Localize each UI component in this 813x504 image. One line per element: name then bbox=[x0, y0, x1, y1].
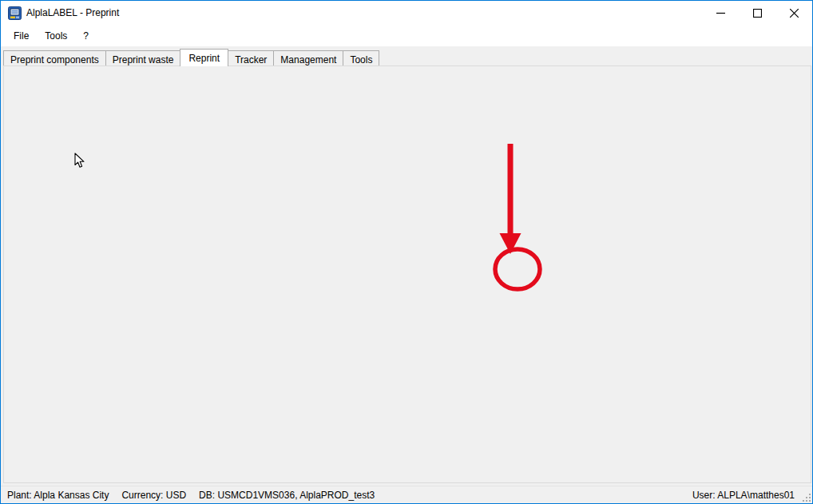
tab-strip: Preprint components Preprint waste Repri… bbox=[3, 49, 811, 66]
tab-preprint-waste[interactable]: Preprint waste bbox=[105, 50, 181, 66]
menu-file[interactable]: File bbox=[6, 27, 37, 45]
window-title: AlplaLABEL - Preprint bbox=[26, 7, 119, 18]
reprint-tab-page bbox=[3, 65, 811, 483]
title-bar: AlplaLABEL - Preprint bbox=[1, 1, 812, 25]
status-plant: Plant: Alpla Kansas City bbox=[7, 490, 109, 501]
menu-bar: File Tools ? bbox=[1, 25, 812, 46]
tab-reprint[interactable]: Reprint bbox=[180, 49, 228, 66]
tab-management[interactable]: Management bbox=[273, 50, 343, 66]
tab-tools[interactable]: Tools bbox=[343, 50, 379, 66]
resize-grip-icon[interactable] bbox=[801, 492, 811, 502]
maximize-button[interactable] bbox=[739, 1, 775, 25]
menu-tools[interactable]: Tools bbox=[37, 27, 75, 45]
minimize-button[interactable] bbox=[702, 1, 739, 25]
status-currency: Currency: USD bbox=[121, 490, 186, 501]
menu-help[interactable]: ? bbox=[75, 27, 97, 45]
status-db: DB: USMCD1VMS036, AlplaPROD_test3 bbox=[199, 490, 375, 501]
app-window: AlplaLABEL - Preprint File Tools ? Prepr… bbox=[0, 0, 813, 504]
status-user: User: ALPLA\matthes01 bbox=[692, 490, 795, 501]
tab-tracker[interactable]: Tracker bbox=[228, 50, 274, 66]
close-button[interactable] bbox=[775, 1, 812, 25]
window-controls bbox=[702, 1, 812, 25]
tab-preprint-components[interactable]: Preprint components bbox=[3, 50, 106, 66]
status-bar: Plant: Alpla Kansas City Currency: USD D… bbox=[1, 486, 812, 503]
app-logo-icon bbox=[8, 6, 22, 20]
